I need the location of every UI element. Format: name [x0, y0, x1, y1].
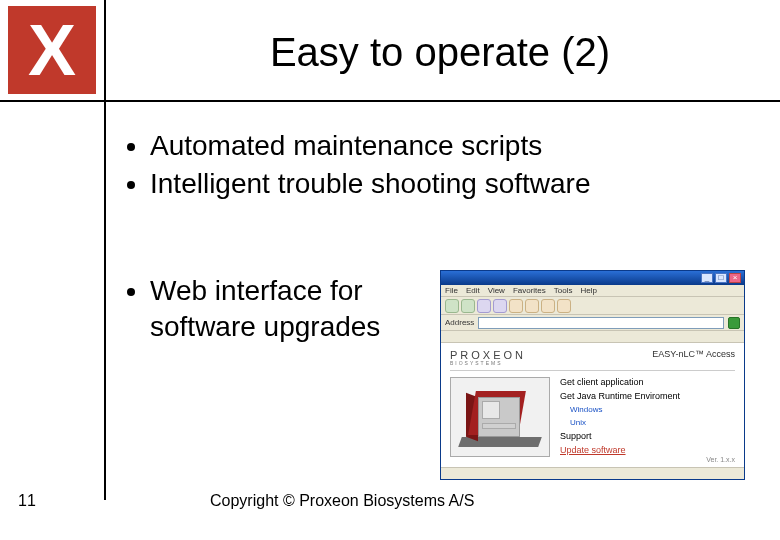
- version-text: Ver. 1.x.x: [706, 456, 735, 463]
- go-icon: [728, 317, 740, 329]
- browser-toolbar: [441, 297, 744, 315]
- link-get-client: Get client application: [560, 377, 680, 387]
- link-support: Support: [560, 431, 680, 441]
- menu-edit: Edit: [466, 286, 480, 295]
- menu-favorites: Favorites: [513, 286, 546, 295]
- device-image: [450, 377, 550, 457]
- browser-menubar: File Edit View Favorites Tools Help: [441, 285, 744, 297]
- browser-page-content: PROXEON BIOSYSTEMS EASY-nLC™ Access: [442, 343, 743, 467]
- history-icon: [557, 299, 571, 313]
- browser-statusbar: [441, 467, 744, 479]
- link-unix: Unix: [560, 418, 680, 427]
- home-icon: [509, 299, 523, 313]
- embedded-browser-screenshot: _ □ × File Edit View Favorites Tools Hel…: [440, 270, 745, 480]
- forward-icon: [461, 299, 475, 313]
- slide: X Easy to operate (2) Automated maintena…: [0, 0, 780, 540]
- logo-letter: X: [28, 14, 76, 86]
- browser-titlebar: _ □ ×: [441, 271, 744, 285]
- link-get-jre: Get Java Runtime Enviroment: [560, 391, 680, 401]
- refresh-icon: [493, 299, 507, 313]
- favorites-icon: [541, 299, 555, 313]
- copyright-text: Copyright © Proxeon Biosystems A/S: [210, 492, 474, 510]
- bullet-item: Web interface for software upgrades: [150, 273, 450, 346]
- link-windows: Windows: [560, 405, 680, 414]
- stop-icon: [477, 299, 491, 313]
- bullet-item: Automated maintenance scripts: [150, 128, 760, 164]
- browser-addressbar: Address: [441, 315, 744, 331]
- search-icon: [525, 299, 539, 313]
- content-divider: [450, 370, 735, 371]
- bullet-item: Intelligent trouble shooting software: [150, 166, 760, 202]
- back-icon: [445, 299, 459, 313]
- title-divider: [0, 100, 780, 102]
- menu-help: Help: [580, 286, 596, 295]
- link-update-software: Update software: [560, 445, 680, 455]
- close-icon: ×: [729, 273, 741, 283]
- menu-tools: Tools: [554, 286, 573, 295]
- address-field: [478, 317, 724, 329]
- minimize-icon: _: [701, 273, 713, 283]
- maximize-icon: □: [715, 273, 727, 283]
- vertical-divider: [104, 0, 106, 500]
- product-name: EASY-nLC™ Access: [652, 349, 735, 359]
- page-number: 11: [18, 492, 36, 510]
- logo: X: [8, 6, 96, 94]
- window-buttons: _ □ ×: [701, 273, 741, 283]
- slide-title: Easy to operate (2): [110, 12, 770, 92]
- download-links: Get client application Get Java Runtime …: [560, 377, 680, 457]
- menu-file: File: [445, 286, 458, 295]
- browser-linksbar: [441, 331, 744, 343]
- menu-view: View: [488, 286, 505, 295]
- address-label: Address: [445, 318, 474, 327]
